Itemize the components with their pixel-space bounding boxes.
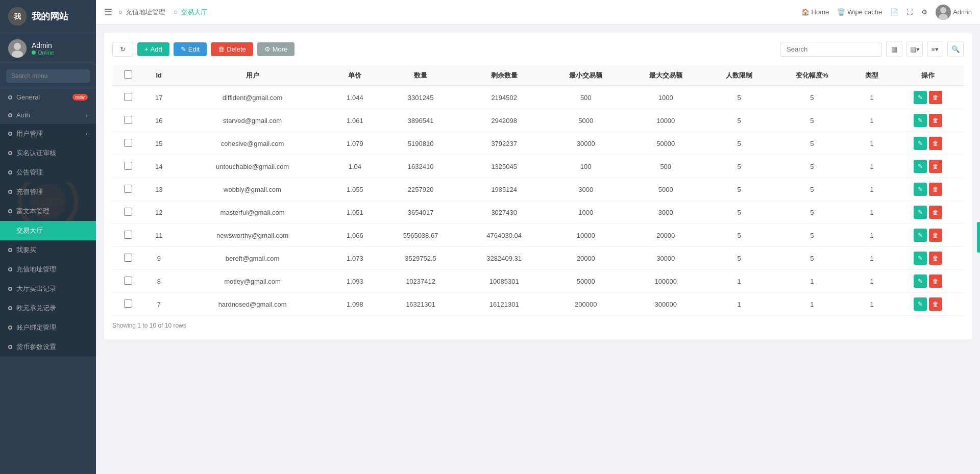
gear-icon: ⚙ [264, 45, 271, 53]
add-button[interactable]: + Add [137, 42, 169, 56]
column-settings-button[interactable]: ≡▾ [927, 41, 943, 57]
search-input[interactable] [780, 42, 882, 57]
row-checkbox[interactable] [124, 208, 132, 216]
general-icon [8, 95, 12, 99]
row-checkbox[interactable] [124, 162, 132, 170]
row-delete-button[interactable]: 🗑 [929, 252, 942, 265]
menu-toggle-icon[interactable]: ☰ [104, 7, 112, 18]
row-checkbox[interactable] [124, 139, 132, 147]
doc-icon: 📄 [890, 8, 898, 16]
sidebar-search-input[interactable] [6, 69, 90, 83]
doc-icon-button[interactable]: 📄 [890, 8, 898, 16]
sidebar-search-box [0, 64, 96, 88]
row-checkbox[interactable] [124, 277, 132, 285]
cell-max-tx: 500 [626, 155, 706, 178]
cell-change: 5 [773, 109, 851, 132]
table-search-button[interactable]: 🔍 [947, 41, 964, 57]
row-delete-button[interactable]: 🗑 [929, 275, 942, 288]
user-avatar-topbar[interactable]: Admin [936, 5, 972, 20]
settings-icon: ⚙ [921, 8, 927, 16]
cell-checkbox [112, 247, 144, 270]
row-edit-button[interactable]: ✎ [914, 137, 927, 150]
grid-view-button[interactable]: ▦ [886, 41, 902, 57]
row-checkbox[interactable] [124, 254, 132, 262]
cell-action: ✎ 🗑 [893, 247, 964, 270]
table-row: 9 bereft@gmail.com 1.073 3529752.5 32824… [112, 247, 964, 270]
row-edit-button[interactable]: ✎ [914, 206, 927, 219]
sidebar-item-usermgmt[interactable]: 用户管理 ‹ [0, 124, 96, 143]
row-edit-button[interactable]: ✎ [914, 114, 927, 127]
settings-button[interactable]: ⚙ [921, 8, 927, 16]
row-delete-button[interactable]: 🗑 [929, 114, 942, 127]
refresh-icon: ↻ [120, 45, 126, 53]
breadcrumb-trading-hall[interactable]: ○ 交易大厅 [174, 8, 207, 17]
row-edit-button[interactable]: ✎ [914, 91, 927, 104]
cell-user: cohesive@gmail.com [174, 132, 331, 155]
sidebar-item-general[interactable]: General new [0, 88, 96, 106]
row-delete-button[interactable]: 🗑 [929, 229, 942, 242]
sidebar-item-realname[interactable]: 实名认证审核 [0, 143, 96, 163]
list-view-button[interactable]: ▤▾ [906, 41, 923, 57]
delete-button[interactable]: 🗑 Delete [211, 42, 253, 56]
fullscreen-button[interactable]: ⛶ [906, 8, 913, 16]
wipe-cache-button[interactable]: 🗑️ Wipe cache [837, 8, 882, 16]
row-edit-button[interactable]: ✎ [914, 297, 927, 311]
row-delete-button[interactable]: 🗑 [929, 183, 942, 196]
sidebar-item-account-bind[interactable]: 账户绑定管理 [0, 318, 96, 337]
row-delete-button[interactable]: 🗑 [929, 91, 942, 104]
table-row: 13 wobbly@gmail.com 1.055 2257920 198512… [112, 178, 964, 201]
row-checkbox[interactable] [124, 185, 132, 193]
row-edit-button[interactable]: ✎ [914, 183, 927, 196]
sidebar-item-announcement[interactable]: 公告管理 [0, 163, 96, 182]
row-delete-button[interactable]: 🗑 [929, 160, 942, 173]
sidebar-item-richtext[interactable]: 富文本管理 [0, 202, 96, 221]
more-button[interactable]: ⚙ More [257, 42, 295, 56]
sidebar-item-label: 实名认证审核 [16, 148, 56, 158]
content-area: ↻ + Add ✎ Edit 🗑 Delete ⚙ More [96, 24, 980, 474]
table-header-row: Id 用户 单价 数量 剩余数量 最小交易额 最大交易额 人数限制 变化幅度% … [112, 65, 964, 86]
refresh-button[interactable]: ↻ [112, 42, 133, 57]
cell-action: ✎ 🗑 [893, 86, 964, 109]
row-checkbox[interactable] [124, 93, 132, 101]
col-action: 操作 [893, 65, 964, 86]
fullscreen-icon: ⛶ [906, 8, 913, 16]
row-checkbox[interactable] [124, 300, 132, 308]
row-checkbox[interactable] [124, 231, 132, 239]
cell-qty: 3654017 [379, 201, 462, 224]
breadcrumb-recharge-addr[interactable]: ○ 充值地址管理 [118, 8, 165, 17]
sidebar-item-currency-params[interactable]: 货币参数设置 [0, 337, 96, 357]
col-remaining: 剩余数量 [462, 65, 546, 86]
sidebar-item-auth[interactable]: Auth › [0, 106, 96, 124]
cell-type: 1 [851, 132, 893, 155]
sidebar-item-label: 大厅卖出记录 [16, 284, 56, 293]
row-edit-button[interactable]: ✎ [914, 275, 927, 288]
home-link[interactable]: 🏠 Home [801, 8, 829, 16]
sidebar-item-recharge-addr[interactable]: 充值地址管理 [0, 260, 96, 279]
cell-id: 11 [144, 224, 174, 247]
row-edit-button[interactable]: ✎ [914, 160, 927, 173]
cell-qty: 16321301 [379, 293, 462, 316]
sidebar-item-label: Auth [16, 111, 30, 119]
sidebar-item-euro-promise[interactable]: 欧元承兑记录 [0, 298, 96, 318]
realname-icon [8, 151, 12, 155]
sidebar: 我 我的网站 Admin Online General new Auth › 用… [0, 0, 96, 474]
select-all-checkbox[interactable] [124, 70, 132, 79]
sidebar-item-i-want-buy[interactable]: 我要买 [0, 240, 96, 260]
row-checkbox[interactable] [124, 116, 132, 124]
table-footer: Showing 1 to 10 of 10 rows [112, 316, 964, 331]
cell-checkbox [112, 178, 144, 201]
row-delete-button[interactable]: 🗑 [929, 137, 942, 150]
row-delete-button[interactable]: 🗑 [929, 206, 942, 219]
sidebar-item-recharge-mgmt[interactable]: 充值管理 [0, 182, 96, 202]
cell-min-tx: 20000 [546, 247, 626, 270]
cell-qty: 3896541 [379, 109, 462, 132]
row-edit-button[interactable]: ✎ [914, 229, 927, 242]
cell-max-tx: 300000 [626, 293, 706, 316]
cell-max-tx: 3000 [626, 201, 706, 224]
row-delete-button[interactable]: 🗑 [929, 297, 942, 311]
row-edit-button[interactable]: ✎ [914, 252, 927, 265]
sidebar-item-trading-hall[interactable]: 交易大厅 [0, 221, 96, 240]
recharge-addr-icon [8, 267, 12, 271]
sidebar-item-hall-sell[interactable]: 大厅卖出记录 [0, 279, 96, 298]
edit-button[interactable]: ✎ Edit [174, 42, 207, 56]
